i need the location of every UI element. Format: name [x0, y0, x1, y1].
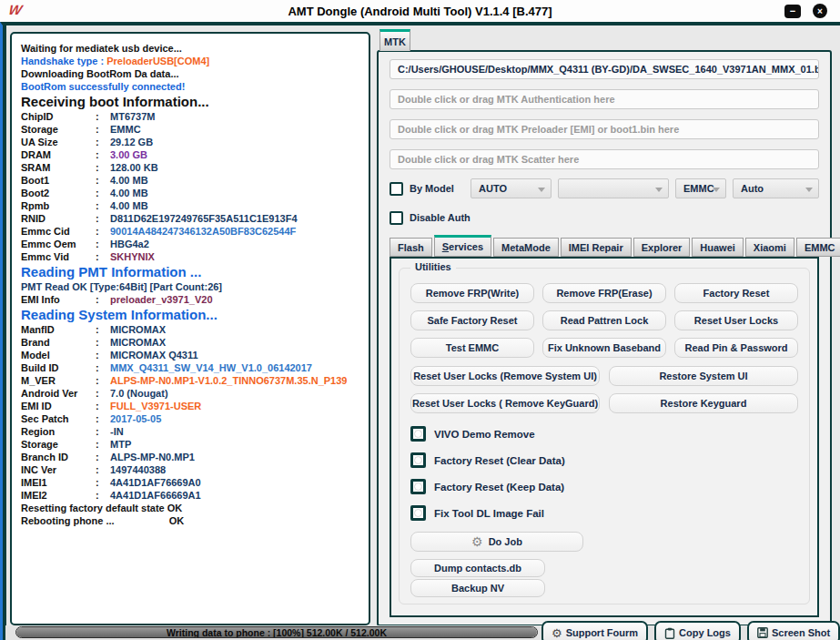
- log-colon: :: [96, 187, 110, 199]
- remove-frp-write-button[interactable]: Remove FRP(Write): [410, 283, 534, 303]
- gear-icon: ⚙: [471, 535, 483, 548]
- dump-contacts-button[interactable]: Dump contacts.db: [410, 559, 545, 577]
- log-line: Region:-IN: [21, 425, 359, 438]
- connect-mode-select[interactable]: Auto: [733, 178, 819, 198]
- tab-services[interactable]: Services: [434, 235, 491, 257]
- log-line: INC Ver:1497440388: [21, 463, 359, 476]
- factory-reset-button[interactable]: Factory Reset: [674, 283, 798, 303]
- log-field-value: 2017-05-05: [110, 413, 161, 424]
- reset-user-locks-remove-system-ui-button[interactable]: Reset User Locks (Remove System UI): [410, 366, 600, 386]
- tab-metamode[interactable]: MetaMode: [493, 238, 559, 257]
- mtk-auth-input[interactable]: Double click or drag MTK Authentication …: [390, 89, 819, 109]
- fix-tool-dl-image-fail-checkbox[interactable]: [410, 505, 426, 521]
- log-field-label: IMEI1: [21, 476, 96, 489]
- service-checkboxes: VIVO Demo RemoveFactory Reset (Clear Dat…: [410, 426, 809, 521]
- log-colon: :: [96, 250, 110, 263]
- utilities-grid2: Reset User Locks (Remove System UI)Resto…: [410, 366, 798, 413]
- tab-explorer[interactable]: Explorer: [633, 238, 691, 257]
- model-select[interactable]: [558, 178, 669, 198]
- log-line: Reading System Information...: [21, 307, 359, 323]
- log-field-value: -IN: [110, 426, 124, 437]
- gear-icon: ⚙: [552, 627, 562, 639]
- log-colon: :: [96, 349, 110, 361]
- titlebar: W AMT Dongle (Android Multi Tool) V1.1.4…: [0, 0, 840, 22]
- reset-user-locks-button[interactable]: Reset User Locks: [674, 310, 798, 330]
- log-line: Rpmb:4.00 MB: [21, 199, 359, 212]
- log-colon: :: [96, 161, 110, 174]
- read-pattren-lock-button[interactable]: Read Pattren Lock: [542, 310, 666, 330]
- minimize-button[interactable]: −: [784, 5, 801, 18]
- disable-auth-checkbox[interactable]: [390, 211, 403, 225]
- log-field-label: Sec Patch: [21, 412, 96, 425]
- log-field-label: Emmc Cid: [21, 225, 96, 238]
- log-line: Model:MICROMAX Q4311: [21, 349, 359, 361]
- log-colon: :: [96, 451, 110, 463]
- do-job-button[interactable]: ⚙ Do Job: [410, 532, 583, 552]
- tab-huawei[interactable]: Huawei: [692, 238, 744, 257]
- tab-strip: FlashServicesMetaModeIMEI RepairExplorer…: [390, 235, 819, 257]
- chevron-down-icon: [538, 188, 545, 192]
- da-file-input[interactable]: C:/Users/GHOUSE/Desktop/MMX_Q4311 (BY-GD…: [390, 59, 819, 79]
- safe-factory-reset-button[interactable]: Safe Factory Reset: [410, 310, 534, 330]
- log-field-value: MICROMAX: [110, 337, 166, 348]
- log-field-label: INC Ver: [21, 463, 96, 476]
- storage-type-select[interactable]: EMMC: [675, 178, 726, 198]
- tab-flash[interactable]: Flash: [390, 238, 432, 257]
- window-title: AMT Dongle (Android Multi Tool) V1.1.4 […: [0, 5, 840, 18]
- tab-xiaomi[interactable]: Xiaomi: [745, 238, 794, 257]
- factory-reset-keep-data-checkbox[interactable]: [410, 479, 426, 494]
- mtk-preloader-input[interactable]: Double click or drag MTK Preloader [EMI]…: [390, 119, 819, 139]
- log-line: Handshake type : PreloaderUSB[COM4]: [21, 55, 359, 67]
- test-emmc-button[interactable]: Test EMMC: [410, 338, 534, 358]
- tab-imei-repair[interactable]: IMEI Repair: [561, 238, 632, 257]
- button-label: Copy Logs: [679, 627, 731, 638]
- reset-user-locks-remove-keyguard-button[interactable]: Reset User Locks ( Remove KeyGuard): [410, 393, 600, 413]
- by-model-checkbox[interactable]: [390, 182, 403, 196]
- do-job-label: Do Job: [489, 536, 522, 547]
- remove-frp-erase-button[interactable]: Remove FRP(Erase): [542, 283, 666, 303]
- select-value: EMMC: [683, 183, 714, 194]
- log-field-label: Storage: [21, 123, 96, 136]
- utilities-group-title: Utilities: [410, 261, 456, 272]
- screen-shot-button[interactable]: Screen Shot: [747, 621, 840, 640]
- log-field-label: Storage: [21, 438, 96, 451]
- log-field-label: Build ID: [21, 361, 96, 374]
- utilities-groupbox: Utilities Remove FRP(Write)Remove FRP(Er…: [399, 268, 810, 604]
- by-model-label: By Model: [410, 183, 464, 194]
- progress-bar: Writing data to phone : [100%] 512.00K /…: [15, 626, 538, 638]
- log-field-label: Android Ver: [21, 387, 96, 400]
- log-line: UA Size:29.12 GB: [21, 136, 359, 148]
- log-line: RNID:D811D62E197249765F35A511C1E913F4: [21, 212, 359, 225]
- copy-logs-button[interactable]: Copy Logs: [654, 621, 741, 640]
- log-colon: :: [96, 412, 110, 425]
- close-button[interactable]: ×: [813, 4, 827, 18]
- mtk-scatter-input[interactable]: Double click or drag MTK Scatter here: [390, 149, 819, 169]
- fix-unknown-baseband-button[interactable]: Fix Unknown Baseband: [542, 338, 666, 358]
- tab-mtk[interactable]: MTK: [380, 29, 410, 51]
- factory-reset-clear-data-checkbox[interactable]: [410, 452, 426, 468]
- log-colon: :: [96, 361, 110, 374]
- vivo-demo-remove-checkbox[interactable]: [410, 426, 426, 442]
- restore-system-ui-button[interactable]: Restore System UI: [609, 366, 798, 386]
- da-mode-select[interactable]: AUTO: [471, 178, 552, 198]
- log-line: Emmc Oem:HBG4a2: [21, 238, 359, 250]
- backup-nv-button[interactable]: Backup NV: [410, 579, 545, 597]
- log-field-value: 4.00 MB: [110, 175, 148, 186]
- support-fourm-button[interactable]: ⚙Support Fourm: [541, 621, 648, 640]
- select-value: AUTO: [479, 183, 507, 194]
- log-line: M_VER:ALPS-MP-N0.MP1-V1.0.2_TINNO6737M.3…: [21, 374, 359, 387]
- log-field-label: IMEI2: [21, 489, 96, 502]
- log-field-label: Emmc Vid: [21, 250, 96, 263]
- log-line: Boot1:4.00 MB: [21, 174, 359, 187]
- log-colon: :: [96, 110, 110, 123]
- tab-emmc[interactable]: EMMC: [796, 238, 840, 257]
- restore-keyguard-button[interactable]: Restore Keyguard: [609, 393, 798, 413]
- log-line: ManfID:MICROMAX: [21, 323, 359, 336]
- log-colon: :: [96, 238, 110, 250]
- checkbox-row: Fix Tool DL Image Fail: [410, 505, 809, 521]
- log-field-label: SRAM: [21, 161, 96, 174]
- read-pin-password-button[interactable]: Read Pin & Password: [674, 338, 798, 358]
- checkbox-row: Factory Reset (Clear Data): [410, 452, 809, 468]
- log-line: PMT Read OK [Type:64Bit] [Part Count:26]: [21, 280, 359, 293]
- options-row: By Model AUTOEMMCAuto: [390, 178, 819, 198]
